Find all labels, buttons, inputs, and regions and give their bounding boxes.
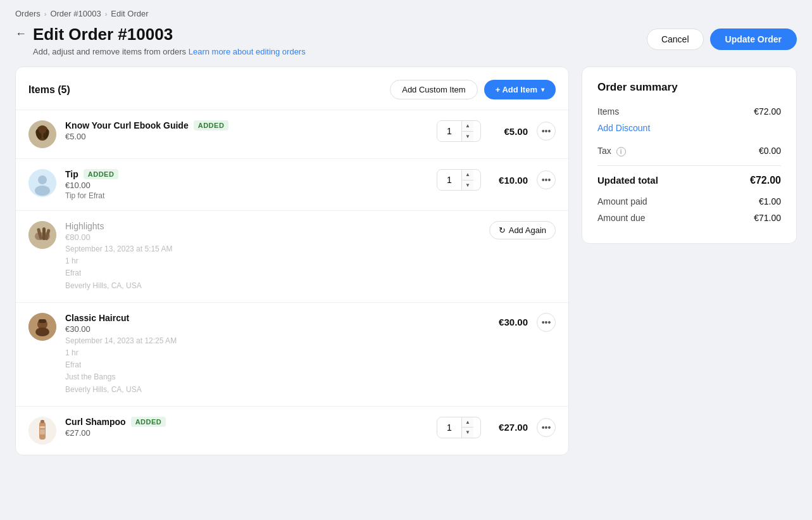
page-header: ← Edit Order #10003 Add, adjust and remo… [0,18,812,67]
add-again-button[interactable]: ↻ Add Again [489,221,556,239]
quantity-up-button[interactable]: ▲ [462,121,473,132]
breadcrumb-orders[interactable]: Orders [15,9,41,18]
back-button[interactable]: ← [15,27,27,41]
page-subtitle: Add, adjust and remove items from orders… [33,47,306,56]
person-silhouette-icon [28,169,56,197]
cancel-button[interactable]: Cancel [647,29,704,50]
items-value: €72.00 [754,106,781,117]
update-order-button[interactable]: Update Order [710,29,797,50]
updated-total-label: Updated total [597,175,658,186]
item-controls: ▲ ▼ €10.00 ••• [437,169,556,191]
item-image-icon [28,120,56,148]
table-row: Highlights €80.00 September 13, 2023 at … [16,211,568,303]
item-name: Know Your Curl Ebook Guide [65,120,189,130]
item-name: Tip [65,169,78,179]
item-name: Highlights [65,221,104,231]
avatar [28,313,56,341]
items-header: Items (5) Add Custom Item + Add Item ▾ [16,67,568,110]
item-controls: €30.00 ••• [490,313,556,332]
item-meta: September 13, 2023 at 5:15 AM 1 hr Efrat… [65,243,480,292]
table-row: Curl Shampoo ADDED €27.00 ▲ ▼ €27.00 ••• [16,407,568,455]
quantity-stepper[interactable]: ▲ ▼ [437,417,481,438]
item-badge: ADDED [131,417,166,427]
page-title: Edit Order #10003 [33,25,306,44]
item-meta: September 14, 2023 at 12:25 AM 1 hr Efra… [65,335,481,396]
item-price: €30.00 [65,324,481,334]
item-badge: ADDED [84,169,119,179]
svg-point-15 [35,327,49,336]
quantity-up-button[interactable]: ▲ [462,417,473,428]
breadcrumb-order[interactable]: Order #10003 [50,9,101,18]
quantity-input[interactable] [437,417,461,438]
item-more-button[interactable]: ••• [537,122,556,141]
add-item-label: + Add Item [496,85,537,94]
table-row: Tip ADDED €10.00 Tip for Efrat ▲ ▼ €10.0… [16,159,568,211]
breadcrumb-edit: Edit Order [111,9,148,18]
item-price: €10.00 [65,181,428,190]
summary-items-row: Items €72.00 [597,106,781,117]
item-controls: ↻ Add Again [489,221,556,239]
item-controls: ▲ ▼ €5.00 ••• [437,120,556,142]
item-price: €27.00 [65,428,428,438]
amount-due-label: Amount due [597,213,646,223]
item-info: Know Your Curl Ebook Guide ADDED €5.00 [65,120,428,141]
item-more-button[interactable]: ••• [537,313,556,332]
item-more-button[interactable]: ••• [537,170,556,189]
svg-point-7 [35,186,50,196]
quantity-input[interactable] [437,170,461,190]
item-price: €80.00 [65,232,480,242]
amount-due-value: €71.00 [754,213,781,223]
add-discount-row: Add Discount [597,123,781,139]
quantity-down-button[interactable]: ▼ [462,181,473,191]
learn-more-link[interactable]: Learn more about editing orders [189,47,306,56]
breadcrumb-chevron-2: › [105,10,108,18]
items-panel: Items (5) Add Custom Item + Add Item ▾ [15,67,569,455]
breadcrumb-chevron-1: › [44,10,47,18]
add-discount-button[interactable]: Add Discount [597,123,650,133]
add-custom-item-button[interactable]: Add Custom Item [390,80,477,99]
main-content: Items (5) Add Custom Item + Add Item ▾ [0,67,812,471]
tax-info-icon[interactable]: i [616,147,626,156]
summary-divider [597,165,781,166]
item-total: €5.00 [490,126,528,137]
quantity-down-button[interactable]: ▼ [462,428,473,438]
items-title: Items (5) [28,84,70,96]
table-row: Know Your Curl Ebook Guide ADDED €5.00 ▲… [16,110,568,159]
quantity-up-button[interactable]: ▲ [462,170,473,181]
quantity-stepper[interactable]: ▲ ▼ [437,169,481,191]
header-actions: Cancel Update Order [647,29,797,50]
item-more-button[interactable]: ••• [537,418,556,437]
product-bottle-icon [28,417,56,445]
add-item-button[interactable]: + Add Item ▾ [484,80,556,99]
avatar [28,417,56,445]
svg-rect-19 [41,420,44,423]
item-total: €10.00 [490,175,528,186]
table-row: Classic Haircut €30.00 September 14, 202… [16,303,568,407]
summary-title: Order summary [597,81,781,94]
quantity-down-button[interactable]: ▼ [462,132,473,142]
add-again-label: Add Again [509,225,546,235]
item-info: Tip ADDED €10.00 Tip for Efrat [65,169,428,200]
item-info: Curl Shampoo ADDED €27.00 [65,417,428,438]
amount-paid-row: Amount paid €1.00 [597,196,781,206]
amount-due-row: Amount due €71.00 [597,213,781,223]
amount-paid-label: Amount paid [597,196,647,206]
order-summary-panel: Order summary Items €72.00 Add Discount … [582,67,797,244]
svg-point-6 [38,175,47,184]
items-actions: Add Custom Item + Add Item ▾ [390,80,556,99]
refresh-icon: ↻ [499,225,506,235]
quantity-stepper[interactable]: ▲ ▼ [437,120,481,142]
svg-rect-20 [40,426,45,428]
breadcrumb: Orders › Order #10003 › Edit Order [0,0,812,18]
tax-label: Tax i [597,146,626,156]
avatar [28,120,56,148]
svg-rect-21 [40,429,45,434]
quantity-input[interactable] [437,121,461,141]
tax-row: Tax i €0.00 [597,146,781,156]
amount-paid-value: €1.00 [759,196,781,206]
item-controls: ▲ ▼ €27.00 ••• [437,417,556,438]
svg-rect-16 [39,319,46,323]
updated-total-value: €72.00 [750,175,781,186]
highlights-service-icon [28,221,56,249]
item-total: €30.00 [490,317,528,327]
